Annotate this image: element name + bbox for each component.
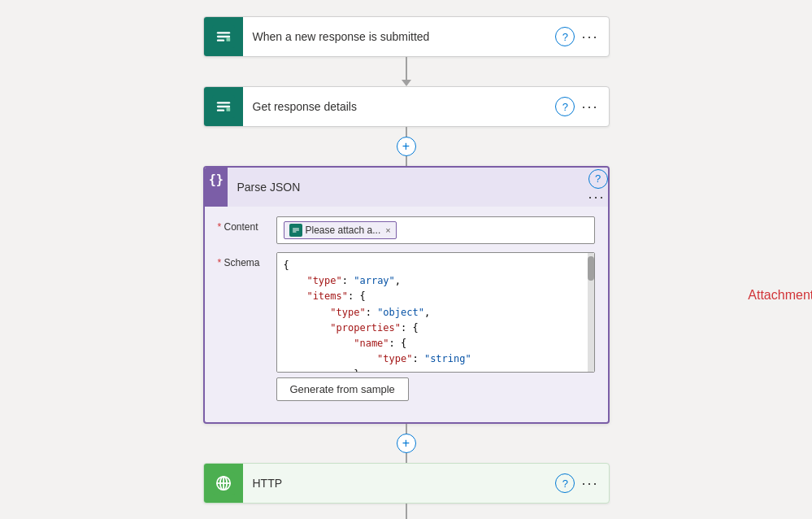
step3-actions: ? ···: [588, 169, 608, 206]
svg-rect-6: [216, 102, 229, 103]
add-step-1-button[interactable]: +: [397, 137, 416, 156]
step3-title: Parse JSON: [228, 169, 588, 205]
svg-rect-15: [293, 232, 297, 233]
step1-actions: ? ···: [555, 27, 608, 46]
step2-icon: [204, 87, 243, 126]
step2-title: Get response details: [243, 89, 556, 124]
flow-wrapper: When a new response is submitted ? ···: [122, 16, 691, 519]
arrow-2: [402, 504, 411, 519]
step2-help-button[interactable]: ?: [555, 97, 575, 116]
svg-rect-2: [216, 36, 229, 37]
step4-icon: [204, 464, 243, 503]
plus-line-bottom-1: [406, 156, 407, 166]
step1-title: When a new response is submitted: [243, 19, 556, 55]
content-value: Please attach a... ×: [276, 216, 595, 244]
schema-label: Schema: [218, 252, 276, 268]
schema-editor[interactable]: { "type": "array", "items": { "type": "o…: [276, 252, 595, 373]
attachment-side-label: Attachment file parsed: [748, 288, 812, 303]
step4-help-button[interactable]: ?: [555, 473, 575, 493]
token-close-button[interactable]: ×: [385, 225, 390, 235]
svg-rect-4: [226, 37, 230, 41]
plus-line-bottom-2: [406, 453, 407, 463]
step3-help-button[interactable]: ?: [588, 169, 608, 189]
content-field-row: Content: [218, 216, 595, 244]
canvas: When a new response is submitted ? ···: [0, 0, 812, 519]
arrow-2-line: [406, 504, 407, 519]
schema-field-row: Schema { "type": "array", "items": { "ty…: [218, 252, 595, 401]
plus-line-top-2: [406, 424, 407, 434]
step1-help-button[interactable]: ?: [555, 27, 575, 46]
svg-text:{}: {}: [208, 172, 223, 187]
step4-actions: ? ···: [555, 473, 608, 493]
token-icon: [289, 224, 302, 237]
step2-more-button[interactable]: ···: [581, 98, 598, 116]
plus-line-top-1: [406, 127, 407, 137]
arrow-1: [402, 57, 411, 86]
svg-rect-7: [216, 106, 229, 107]
svg-rect-3: [216, 40, 224, 41]
step1-icon: [204, 17, 243, 56]
svg-rect-8: [216, 110, 224, 111]
step2-actions: ? ···: [555, 97, 608, 116]
svg-rect-1: [216, 32, 229, 33]
svg-rect-13: [293, 229, 299, 229]
step4-card: HTTP ? ···: [203, 463, 610, 504]
step1-more-button[interactable]: ···: [581, 28, 598, 46]
parse-json-wrapper: {} Parse JSON ? ··· Content: [122, 166, 691, 424]
step3-header: {} Parse JSON ? ···: [205, 168, 608, 207]
step1-card: When a new response is submitted ? ···: [203, 16, 610, 57]
step3-more-button[interactable]: ···: [588, 189, 606, 206]
token-text: Please attach a...: [306, 225, 381, 236]
plus-connector-1: +: [397, 127, 416, 166]
content-input[interactable]: Please attach a... ×: [276, 216, 595, 244]
content-token: Please attach a... ×: [284, 221, 397, 239]
schema-value: { "type": "array", "items": { "type": "o…: [276, 252, 595, 401]
add-step-2-button[interactable]: +: [397, 434, 416, 453]
arrow-1-head: [402, 80, 411, 86]
content-label: Content: [218, 216, 276, 233]
plus-connector-2: +: [397, 424, 416, 463]
arrow-1-line: [406, 57, 407, 80]
step3-content: Content: [205, 207, 608, 422]
step4-more-button[interactable]: ···: [581, 475, 598, 492]
svg-rect-9: [226, 107, 230, 111]
generate-from-sample-button[interactable]: Generate from sample: [276, 377, 409, 401]
step2-card: Get response details ? ···: [203, 86, 610, 127]
step4-title: HTTP: [243, 465, 556, 501]
step3-icon: {}: [205, 168, 228, 207]
svg-rect-14: [293, 230, 299, 231]
step3-card: {} Parse JSON ? ··· Content: [203, 166, 610, 424]
